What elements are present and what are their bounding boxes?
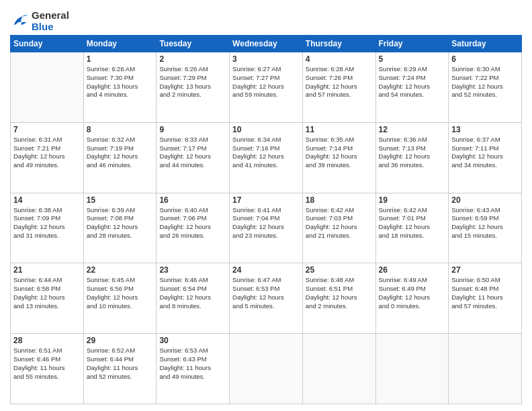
day-info: Sunrise: 6:36 AM Sunset: 7:13 PM Dayligh… (379, 136, 446, 170)
day-number: 26 (379, 265, 446, 275)
day-info: Sunrise: 6:27 AM Sunset: 7:27 PM Dayligh… (232, 65, 300, 99)
day-info: Sunrise: 6:39 AM Sunset: 7:08 PM Dayligh… (87, 206, 154, 240)
day-number: 7 (13, 125, 81, 134)
calendar-cell: 29Sunrise: 6:52 AM Sunset: 6:44 PM Dayli… (83, 334, 157, 404)
day-info: Sunrise: 6:42 AM Sunset: 7:03 PM Dayligh… (306, 206, 373, 240)
calendar-row-0: 1Sunrise: 6:26 AM Sunset: 7:30 PM Daylig… (11, 52, 522, 123)
day-number: 19 (379, 195, 446, 205)
calendar-row-1: 7Sunrise: 6:31 AM Sunset: 7:21 PM Daylig… (11, 122, 522, 193)
calendar-cell: 19Sunrise: 6:42 AM Sunset: 7:01 PM Dayli… (375, 193, 449, 263)
calendar-row-4: 28Sunrise: 6:51 AM Sunset: 6:46 PM Dayli… (11, 334, 522, 404)
calendar-cell: 10Sunrise: 6:34 AM Sunset: 7:16 PM Dayli… (230, 122, 303, 193)
col-header-monday: Monday (83, 36, 157, 52)
day-info: Sunrise: 6:31 AM Sunset: 7:21 PM Dayligh… (13, 136, 81, 170)
day-info: Sunrise: 6:49 AM Sunset: 6:49 PM Dayligh… (379, 276, 446, 310)
calendar-cell: 27Sunrise: 6:50 AM Sunset: 6:48 PM Dayli… (449, 263, 522, 334)
day-info: Sunrise: 6:32 AM Sunset: 7:19 PM Dayligh… (87, 136, 154, 170)
col-header-sunday: Sunday (11, 36, 84, 52)
calendar-cell: 2Sunrise: 6:26 AM Sunset: 7:29 PM Daylig… (157, 52, 230, 123)
calendar-row-2: 14Sunrise: 6:38 AM Sunset: 7:09 PM Dayli… (11, 193, 522, 263)
calendar-cell: 23Sunrise: 6:46 AM Sunset: 6:54 PM Dayli… (157, 263, 230, 334)
day-number: 18 (306, 195, 373, 205)
calendar-cell (375, 334, 449, 404)
day-info: Sunrise: 6:33 AM Sunset: 7:17 PM Dayligh… (159, 136, 226, 170)
col-header-thursday: Thursday (302, 36, 375, 52)
day-number: 21 (13, 265, 81, 275)
logo: General Blue (10, 9, 69, 32)
day-number: 2 (159, 54, 226, 64)
day-number: 6 (451, 54, 519, 64)
logo-icon (10, 11, 29, 30)
page: General Blue SundayMondayTuesdayWednesda… (0, 0, 532, 411)
day-number: 12 (379, 125, 446, 134)
calendar-table: SundayMondayTuesdayWednesdayThursdayFrid… (10, 35, 522, 404)
day-info: Sunrise: 6:41 AM Sunset: 7:04 PM Dayligh… (232, 206, 300, 240)
day-number: 24 (232, 265, 300, 275)
day-info: Sunrise: 6:51 AM Sunset: 6:46 PM Dayligh… (13, 347, 81, 381)
day-number: 1 (87, 54, 154, 64)
day-info: Sunrise: 6:26 AM Sunset: 7:30 PM Dayligh… (87, 65, 154, 99)
calendar-cell (302, 334, 375, 404)
col-header-wednesday: Wednesday (230, 36, 303, 52)
day-info: Sunrise: 6:48 AM Sunset: 6:51 PM Dayligh… (306, 276, 373, 310)
calendar-cell: 17Sunrise: 6:41 AM Sunset: 7:04 PM Dayli… (230, 193, 303, 263)
calendar-cell: 21Sunrise: 6:44 AM Sunset: 6:58 PM Dayli… (11, 263, 84, 334)
calendar-cell: 4Sunrise: 6:28 AM Sunset: 7:26 PM Daylig… (302, 52, 375, 123)
day-number: 16 (159, 195, 226, 205)
calendar-cell: 12Sunrise: 6:36 AM Sunset: 7:13 PM Dayli… (375, 122, 449, 193)
col-header-tuesday: Tuesday (157, 36, 230, 52)
day-number: 29 (87, 336, 154, 345)
calendar-cell: 16Sunrise: 6:40 AM Sunset: 7:06 PM Dayli… (157, 193, 230, 263)
day-number: 28 (13, 336, 81, 345)
day-info: Sunrise: 6:45 AM Sunset: 6:56 PM Dayligh… (87, 276, 154, 310)
day-number: 30 (159, 336, 226, 345)
logo-text: General Blue (32, 9, 69, 32)
day-number: 22 (87, 265, 154, 275)
calendar-cell: 22Sunrise: 6:45 AM Sunset: 6:56 PM Dayli… (83, 263, 157, 334)
calendar-cell (449, 334, 522, 404)
calendar-cell: 26Sunrise: 6:49 AM Sunset: 6:49 PM Dayli… (375, 263, 449, 334)
day-number: 15 (87, 195, 154, 205)
day-number: 4 (306, 54, 373, 64)
day-info: Sunrise: 6:30 AM Sunset: 7:22 PM Dayligh… (451, 65, 519, 99)
day-number: 11 (306, 125, 373, 134)
calendar-header-row: SundayMondayTuesdayWednesdayThursdayFrid… (11, 36, 522, 52)
day-number: 9 (159, 125, 226, 134)
day-number: 14 (13, 195, 81, 205)
day-info: Sunrise: 6:43 AM Sunset: 6:59 PM Dayligh… (451, 206, 519, 240)
calendar-cell: 25Sunrise: 6:48 AM Sunset: 6:51 PM Dayli… (302, 263, 375, 334)
day-number: 8 (87, 125, 154, 134)
calendar-cell: 5Sunrise: 6:29 AM Sunset: 7:24 PM Daylig… (375, 52, 449, 123)
calendar-cell: 9Sunrise: 6:33 AM Sunset: 7:17 PM Daylig… (157, 122, 230, 193)
calendar-cell: 15Sunrise: 6:39 AM Sunset: 7:08 PM Dayli… (83, 193, 157, 263)
day-info: Sunrise: 6:35 AM Sunset: 7:14 PM Dayligh… (306, 136, 373, 170)
day-number: 10 (232, 125, 300, 134)
day-info: Sunrise: 6:34 AM Sunset: 7:16 PM Dayligh… (232, 136, 300, 170)
day-info: Sunrise: 6:29 AM Sunset: 7:24 PM Dayligh… (379, 65, 446, 99)
calendar-cell: 11Sunrise: 6:35 AM Sunset: 7:14 PM Dayli… (302, 122, 375, 193)
header: General Blue (10, 7, 522, 32)
calendar-cell: 8Sunrise: 6:32 AM Sunset: 7:19 PM Daylig… (83, 122, 157, 193)
day-info: Sunrise: 6:44 AM Sunset: 6:58 PM Dayligh… (13, 276, 81, 310)
day-info: Sunrise: 6:28 AM Sunset: 7:26 PM Dayligh… (306, 65, 373, 99)
calendar-cell (11, 52, 84, 123)
day-number: 5 (379, 54, 446, 64)
calendar-cell (230, 334, 303, 404)
day-info: Sunrise: 6:26 AM Sunset: 7:29 PM Dayligh… (159, 65, 226, 99)
day-number: 13 (451, 125, 519, 134)
day-info: Sunrise: 6:53 AM Sunset: 6:43 PM Dayligh… (159, 347, 226, 381)
calendar-cell: 1Sunrise: 6:26 AM Sunset: 7:30 PM Daylig… (83, 52, 157, 123)
calendar-cell: 7Sunrise: 6:31 AM Sunset: 7:21 PM Daylig… (11, 122, 84, 193)
day-number: 25 (306, 265, 373, 275)
calendar-cell: 24Sunrise: 6:47 AM Sunset: 6:53 PM Dayli… (230, 263, 303, 334)
day-number: 27 (451, 265, 519, 275)
calendar-cell: 13Sunrise: 6:37 AM Sunset: 7:11 PM Dayli… (449, 122, 522, 193)
day-info: Sunrise: 6:47 AM Sunset: 6:53 PM Dayligh… (232, 276, 300, 310)
col-header-friday: Friday (375, 36, 449, 52)
calendar-cell: 18Sunrise: 6:42 AM Sunset: 7:03 PM Dayli… (302, 193, 375, 263)
calendar-cell: 30Sunrise: 6:53 AM Sunset: 6:43 PM Dayli… (157, 334, 230, 404)
day-number: 17 (232, 195, 300, 205)
day-info: Sunrise: 6:38 AM Sunset: 7:09 PM Dayligh… (13, 206, 81, 240)
day-info: Sunrise: 6:52 AM Sunset: 6:44 PM Dayligh… (87, 347, 154, 381)
calendar-cell: 28Sunrise: 6:51 AM Sunset: 6:46 PM Dayli… (11, 334, 84, 404)
